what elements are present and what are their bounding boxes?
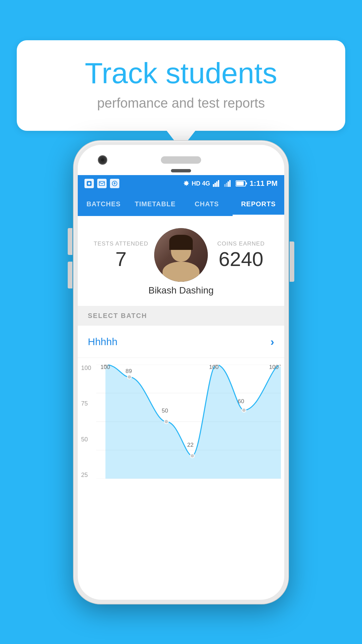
- coins-earned-value: 6240: [208, 249, 274, 269]
- batch-row[interactable]: Hhhhh ›: [78, 326, 284, 358]
- svg-point-23: [190, 454, 194, 458]
- camera-icon: [98, 155, 107, 165]
- clock: 1:11 PM: [250, 179, 278, 188]
- signal-icon-2: [224, 180, 233, 187]
- status-icons-left: [84, 179, 119, 188]
- notification-icon-2: [97, 179, 107, 188]
- battery-icon: [236, 180, 247, 187]
- avatar-image: [154, 228, 208, 282]
- phone-mockup: ✸ HD 4G: [74, 141, 288, 617]
- svg-rect-11: [229, 180, 231, 187]
- status-bar: ✸ HD 4G: [78, 175, 284, 192]
- avatar-hair: [169, 235, 193, 250]
- earpiece: [171, 169, 191, 172]
- phone-outer-shell: ✸ HD 4G: [74, 141, 288, 604]
- chart-area: 100 89 50 22 100 60 100: [96, 365, 281, 479]
- y-label-75: 75: [81, 400, 91, 407]
- signal-icon: [213, 180, 222, 187]
- tab-batches[interactable]: BATCHES: [78, 192, 129, 216]
- coins-earned-block: COINS EARNED 6240: [208, 240, 274, 269]
- phone-inner: ✸ HD 4G: [78, 145, 284, 600]
- svg-rect-9: [226, 183, 227, 187]
- select-batch-label: SELECT BATCH: [88, 312, 147, 319]
- svg-rect-5: [215, 183, 216, 187]
- tests-attended-block: TESTS ATTENDED 7: [88, 240, 154, 269]
- hd-4g-label: HD 4G: [192, 180, 210, 187]
- notification-icon-3: [110, 179, 119, 188]
- phone-top-bar: [78, 145, 284, 175]
- bubble-subtitle: perfomance and test reports: [37, 96, 325, 111]
- profile-section: TESTS ATTENDED 7 COINS EARNED 6240: [78, 216, 284, 306]
- chart-y-labels: 100 75 50 25: [81, 365, 91, 479]
- svg-point-24: [214, 365, 218, 367]
- profile-name: Bikash Dashing: [148, 285, 214, 296]
- chart-svg: [96, 365, 281, 479]
- tab-timetable[interactable]: TIMETABLE: [129, 192, 181, 216]
- svg-rect-14: [236, 181, 244, 185]
- speech-bubble-card: Track students perfomance and test repor…: [17, 40, 345, 131]
- svg-rect-8: [224, 184, 226, 187]
- y-label-25: 25: [81, 472, 91, 479]
- select-batch-bar: SELECT BATCH: [78, 306, 284, 326]
- bubble-title: Track students: [37, 57, 325, 90]
- chart-section: 100 75 50 25: [78, 358, 284, 485]
- y-label-50: 50: [81, 436, 91, 443]
- speaker-grille: [161, 156, 201, 164]
- coins-earned-label: COINS EARNED: [208, 240, 274, 247]
- svg-point-21: [127, 375, 131, 379]
- phone-screen: ✸ HD 4G: [78, 175, 284, 485]
- svg-rect-13: [246, 182, 247, 184]
- svg-rect-10: [228, 181, 229, 187]
- status-icons-right: ✸ HD 4G: [183, 179, 278, 188]
- tab-chats[interactable]: CHATS: [181, 192, 233, 216]
- batch-name: Hhhhh: [88, 336, 117, 347]
- tests-attended-label: TESTS ATTENDED: [88, 240, 154, 247]
- svg-point-20: [103, 365, 107, 367]
- svg-rect-4: [213, 184, 214, 187]
- notification-icon-1: [84, 179, 94, 188]
- nav-tabs: BATCHES TIMETABLE CHATS REPORTS: [78, 192, 284, 216]
- svg-rect-7: [218, 180, 219, 187]
- svg-point-25: [242, 408, 246, 412]
- avatar: [154, 228, 208, 282]
- bluetooth-icon: ✸: [183, 179, 189, 187]
- svg-rect-6: [216, 181, 218, 187]
- tests-attended-value: 7: [88, 249, 154, 269]
- stats-row: TESTS ATTENDED 7 COINS EARNED 6240: [88, 228, 274, 282]
- y-label-100: 100: [81, 365, 91, 372]
- svg-point-22: [164, 420, 168, 424]
- svg-point-1: [88, 182, 90, 184]
- tab-reports[interactable]: REPORTS: [233, 192, 284, 216]
- chevron-right-icon: ›: [270, 335, 274, 348]
